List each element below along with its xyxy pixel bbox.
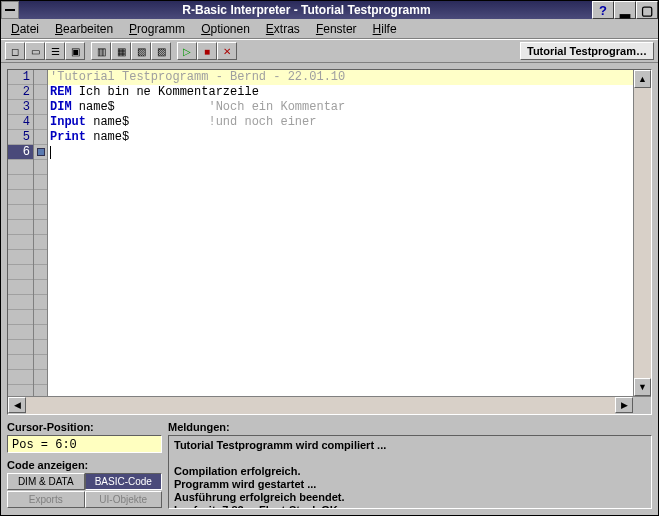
line-number[interactable]: [8, 175, 33, 190]
breakpoint-slot[interactable]: [34, 265, 47, 280]
line-number[interactable]: 6: [8, 145, 33, 160]
status-panel: Cursor-Position: Pos = 6:0 Code anzeigen…: [7, 421, 652, 509]
cursor-label: Cursor-Position:: [7, 421, 162, 433]
help-button[interactable]: ?: [592, 1, 614, 19]
new-icon[interactable]: ◻: [5, 42, 25, 60]
line-number[interactable]: [8, 265, 33, 280]
form2-icon[interactable]: ▦: [111, 42, 131, 60]
run-icon[interactable]: ▷: [177, 42, 197, 60]
window-title: R-Basic Interpreter - Tutorial Testprogr…: [21, 3, 592, 17]
current-line-marker-icon: [37, 148, 45, 156]
line-number[interactable]: [8, 220, 33, 235]
code-line[interactable]: 'Tutorial Testprogramm - Bernd - 22.01.1…: [48, 70, 633, 85]
message-line: Laufzeit: 7,82 s, Float-Stack OK: [174, 504, 646, 509]
tab-dim-data[interactable]: DIM & DATA: [7, 473, 85, 490]
breakpoint-slot[interactable]: [34, 175, 47, 190]
breakpoint-slot[interactable]: [34, 385, 47, 396]
line-number[interactable]: [8, 355, 33, 370]
codeview-tabs-2: ExportsUI-Objekte: [7, 491, 162, 508]
breakpoint-slot[interactable]: [34, 70, 47, 85]
scroll-right-icon[interactable]: ▶: [615, 397, 633, 413]
breakpoint-slot[interactable]: [34, 205, 47, 220]
breakpoint-slot[interactable]: [34, 340, 47, 355]
maximize-button[interactable]: ▢: [636, 1, 658, 19]
breakpoint-slot[interactable]: [34, 310, 47, 325]
line-number[interactable]: [8, 205, 33, 220]
message-line: Ausführung erfolgreich beendet.: [174, 491, 646, 504]
line-number[interactable]: [8, 385, 33, 396]
stop-icon[interactable]: ■: [197, 42, 217, 60]
menu-datei[interactable]: Datei: [5, 20, 45, 38]
breakpoint-slot[interactable]: [34, 250, 47, 265]
code-editor[interactable]: 'Tutorial Testprogramm - Bernd - 22.01.1…: [48, 70, 633, 396]
form3-icon[interactable]: ▧: [131, 42, 151, 60]
message-line: Programm wird gestartet ...: [174, 478, 646, 491]
codeview-label: Code anzeigen:: [7, 459, 162, 471]
breakpoint-slot[interactable]: [34, 145, 47, 160]
list-icon[interactable]: ☰: [45, 42, 65, 60]
vertical-scrollbar[interactable]: ▲ ▼: [633, 70, 651, 396]
breakpoint-slot[interactable]: [34, 160, 47, 175]
form1-icon[interactable]: ▥: [91, 42, 111, 60]
scroll-down-icon[interactable]: ▼: [634, 378, 651, 396]
breakpoint-slot[interactable]: [34, 100, 47, 115]
code-line[interactable]: Input name$ !und noch einer: [48, 115, 633, 130]
line-number[interactable]: 2: [8, 85, 33, 100]
line-number[interactable]: [8, 295, 33, 310]
line-number[interactable]: 3: [8, 100, 33, 115]
menu-fenster[interactable]: Fenster: [310, 20, 363, 38]
line-number[interactable]: [8, 280, 33, 295]
line-number[interactable]: 1: [8, 70, 33, 85]
breakpoint-slot[interactable]: [34, 220, 47, 235]
messages-output: Tutorial Testprogramm wird compiliert ..…: [168, 435, 652, 509]
breakpoint-slot[interactable]: [34, 130, 47, 145]
code-line[interactable]: [48, 145, 633, 160]
messages-label: Meldungen:: [168, 421, 652, 433]
line-number[interactable]: [8, 310, 33, 325]
code-line[interactable]: DIM name$ 'Noch ein Kommentar: [48, 100, 633, 115]
titlebar: R-Basic Interpreter - Tutorial Testprogr…: [1, 1, 658, 19]
line-gutter[interactable]: 123456: [8, 70, 34, 396]
line-number[interactable]: [8, 190, 33, 205]
scroll-track[interactable]: [634, 88, 651, 378]
code-line[interactable]: REM Ich bin ne Kommentarzeile: [48, 85, 633, 100]
close-icon[interactable]: ✕: [217, 42, 237, 60]
menu-extras[interactable]: Extras: [260, 20, 306, 38]
breakpoint-slot[interactable]: [34, 235, 47, 250]
line-number[interactable]: [8, 370, 33, 385]
line-number[interactable]: [8, 160, 33, 175]
menu-optionen[interactable]: Optionen: [195, 20, 256, 38]
minimize-button[interactable]: ▂: [614, 1, 636, 19]
message-line: [174, 452, 646, 465]
scroll-track[interactable]: [26, 397, 615, 414]
line-number[interactable]: 5: [8, 130, 33, 145]
breakpoint-slot[interactable]: [34, 85, 47, 100]
tab-ui-objekte: UI-Objekte: [85, 491, 163, 508]
line-number[interactable]: [8, 235, 33, 250]
breakpoint-slot[interactable]: [34, 280, 47, 295]
line-number[interactable]: [8, 340, 33, 355]
document-tab[interactable]: Tutorial Testprogram…: [520, 42, 654, 60]
code-line[interactable]: Print name$: [48, 130, 633, 145]
breakpoint-slot[interactable]: [34, 370, 47, 385]
tab-basic-code[interactable]: BASIC-Code: [85, 473, 163, 490]
folder-icon[interactable]: ▣: [65, 42, 85, 60]
line-number[interactable]: [8, 325, 33, 340]
open-icon[interactable]: ▭: [25, 42, 45, 60]
menu-programm[interactable]: Programm: [123, 20, 191, 38]
line-number[interactable]: 4: [8, 115, 33, 130]
form4-icon[interactable]: ▨: [151, 42, 171, 60]
menu-bearbeiten[interactable]: Bearbeiten: [49, 20, 119, 38]
breakpoint-slot[interactable]: [34, 325, 47, 340]
scroll-up-icon[interactable]: ▲: [634, 70, 651, 88]
horizontal-scrollbar[interactable]: ◀ ▶: [8, 396, 651, 414]
breakpoint-slot[interactable]: [34, 355, 47, 370]
breakpoint-slot[interactable]: [34, 115, 47, 130]
menu-hilfe[interactable]: Hilfe: [367, 20, 403, 38]
breakpoint-gutter[interactable]: [34, 70, 48, 396]
breakpoint-slot[interactable]: [34, 295, 47, 310]
system-menu-icon[interactable]: [1, 1, 19, 19]
scroll-left-icon[interactable]: ◀: [8, 397, 26, 413]
breakpoint-slot[interactable]: [34, 190, 47, 205]
line-number[interactable]: [8, 250, 33, 265]
